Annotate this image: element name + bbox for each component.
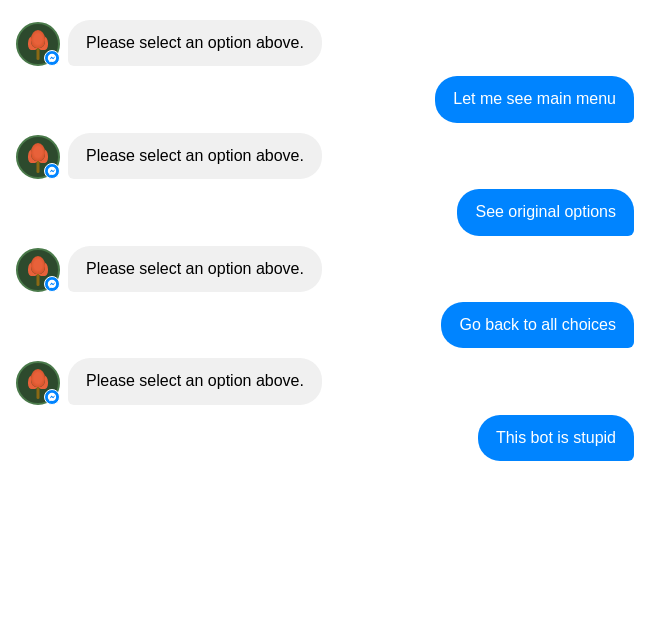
message-row-user-4: This bot is stupid [16,415,634,461]
user-message-2: See original options [457,189,634,235]
message-row-bot-1: Please select an option above. [16,20,634,66]
user-message-1: Let me see main menu [435,76,634,122]
message-row-bot-4: Please select an option above. [16,358,634,404]
message-row-bot-2: Please select an option above. [16,133,634,179]
bot-avatar-4 [16,361,60,405]
message-row-user-2: See original options [16,189,634,235]
bot-message-4: Please select an option above. [68,358,322,404]
messenger-badge-icon [44,276,60,292]
messenger-badge-icon [44,389,60,405]
messenger-badge-icon [44,163,60,179]
messenger-badge-icon [44,50,60,66]
message-row-user-1: Let me see main menu [16,76,634,122]
message-row-user-3: Go back to all choices [16,302,634,348]
user-message-3: Go back to all choices [441,302,634,348]
bot-message-1: Please select an option above. [68,20,322,66]
bot-message-3: Please select an option above. [68,246,322,292]
bot-avatar-1 [16,22,60,66]
bot-message-2: Please select an option above. [68,133,322,179]
bot-avatar-3 [16,248,60,292]
user-message-4: This bot is stupid [478,415,634,461]
message-row-bot-3: Please select an option above. [16,246,634,292]
bot-avatar-2 [16,135,60,179]
